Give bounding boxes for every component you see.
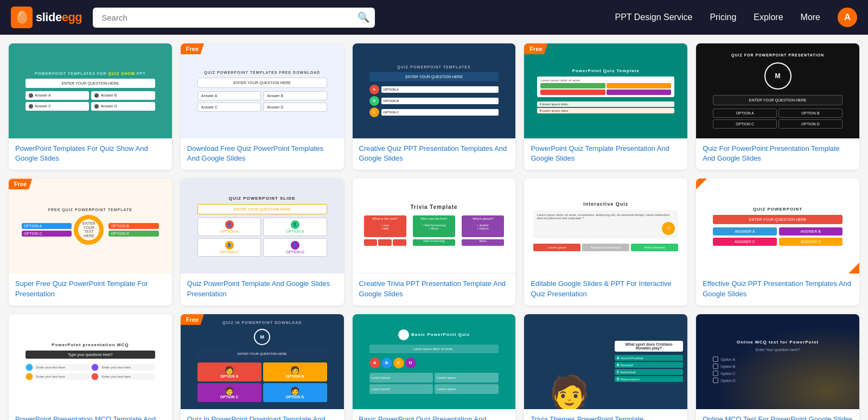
logo-icon: 🥚 <box>11 7 33 28</box>
card-super-free-quiz[interactable]: Free FREE QUIZ POWERPOINT TEMPLATE OPTIO… <box>9 179 172 305</box>
nav-ppt-design[interactable]: PPT Design Service <box>615 12 693 22</box>
card-title: Creative Trivia PPT Presentation Templat… <box>353 273 516 305</box>
card-title: Quiz PowerPoint Template And Google Slid… <box>181 273 344 305</box>
card-title: Quiz For PowerPoint Presentation Templat… <box>696 138 859 170</box>
card-quiz-for-ppt[interactable]: QUIZ FOR POWERPOINT PRESENTATION M ENTER… <box>696 43 859 170</box>
nav-explore[interactable]: Explore <box>754 12 783 22</box>
card-basic-quiz[interactable]: Basic PowerPoint Quiz Lorem ipsum dolor … <box>353 314 516 420</box>
card-title: Basic PowerPoint Quiz Presentation And G… <box>353 409 516 420</box>
header-nav: PPT Design Service Pricing Explore More … <box>615 8 857 27</box>
nav-pricing[interactable]: Pricing <box>710 12 736 22</box>
card-interactive-quiz[interactable]: Interactive Quiz Lorem ipsum dolor sit a… <box>524 179 687 305</box>
logo-link[interactable]: 🥚 slideegg <box>11 7 82 28</box>
card-title: Online MCQ Test For PowerPoint Google Sl… <box>696 409 859 420</box>
card-effective-quiz[interactable]: QUIZ POWERPOINT ENTER YOUR QUESTION HERE… <box>696 179 859 305</box>
card-title: Super Free Quiz PowerPoint Template For … <box>9 273 172 305</box>
free-badge: Free <box>9 179 32 189</box>
card-free-quiz-dl[interactable]: Free QUIZ POWERPOINT TEMPLATES FREE DOWN… <box>181 43 344 170</box>
card-title: PowerPoint Presentation MCQ Template And… <box>9 409 172 420</box>
card-title: Creative Quiz PPT Presentation Templates… <box>353 138 516 170</box>
search-input[interactable] <box>93 8 375 28</box>
card-title: PowerPoint Templates For Quiz Show And G… <box>9 138 172 170</box>
card-trivia-themes[interactable]: 🧑 What sport does Cristiano Ronaldo play… <box>524 314 687 420</box>
card-title: PowerPoint Quiz Template Presentation An… <box>524 138 687 170</box>
free-badge: Free <box>181 314 204 325</box>
logo-text: slideegg <box>36 10 82 24</box>
card-title: Download Free Quiz PowerPoint Templates … <box>181 138 344 170</box>
card-quiz-ppt-slide[interactable]: QUIZ POWERPOINT SLIDE ENTER YOUR QUESTIO… <box>181 179 344 305</box>
card-quiz-in-ppt[interactable]: Free QUIZ IN POWERPOINT DOWNLOAD M ENTER… <box>181 314 344 420</box>
card-trivia[interactable]: Trivia Template What is the next?• aaa• … <box>353 179 516 305</box>
card-online-mcq[interactable]: Online MCQ test for PowerPoint Enter You… <box>696 314 859 420</box>
card-title: Editable Google Slides & PPT For Interac… <box>524 273 687 305</box>
card-mcq[interactable]: PowerPoint presentation MCQ Type your qu… <box>9 314 172 420</box>
card-title: Trivia Themes PowerPoint Template Presen… <box>524 409 687 420</box>
search-button[interactable]: 🔍 <box>358 11 369 23</box>
search-bar: 🔍 <box>93 8 375 28</box>
free-badge: Free <box>524 43 547 54</box>
card-title: Effective Quiz PPT Presentation Template… <box>696 273 859 305</box>
card-title: Quiz In PowerPoint Download Template And… <box>181 409 344 420</box>
card-quiz-show[interactable]: POWERPOINT TEMPLATES FOR QUIZ SHOW PPT E… <box>9 43 172 170</box>
nav-more[interactable]: More <box>801 12 820 22</box>
free-badge: Free <box>181 43 204 54</box>
card-creative-quiz[interactable]: QUIZ POWERPOINT TEMPLATES ENTER YOUR QUE… <box>353 43 516 170</box>
header: 🥚 slideegg 🔍 PPT Design Service Pricing … <box>0 0 868 35</box>
template-grid: POWERPOINT TEMPLATES FOR QUIZ SHOW PPT E… <box>0 35 868 420</box>
user-avatar[interactable]: A <box>838 8 857 27</box>
card-ppt-quiz-template[interactable]: Free PowerPoint Quiz Template Lorem ipsu… <box>524 43 687 170</box>
